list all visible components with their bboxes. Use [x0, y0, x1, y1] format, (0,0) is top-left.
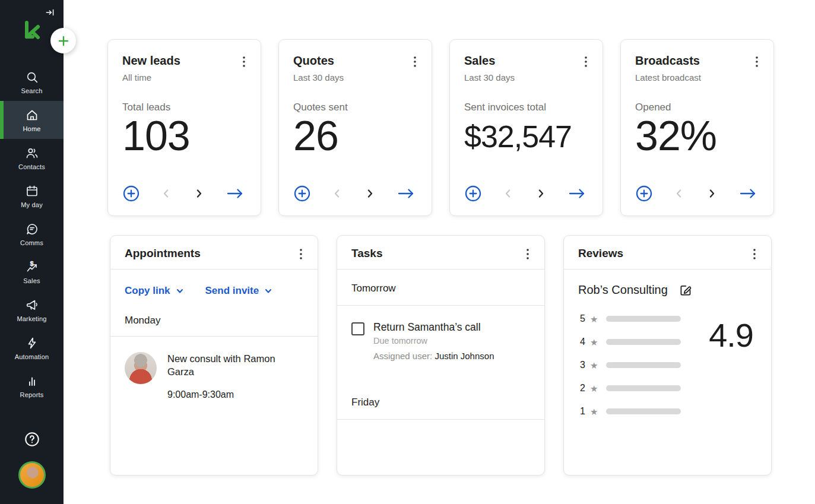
collapse-sidebar-button[interactable] — [45, 6, 56, 19]
task-checkbox[interactable] — [351, 322, 364, 335]
kebab-menu-icon[interactable] — [524, 248, 531, 261]
star-icon — [590, 407, 598, 416]
appointments-card: Appointments Copy link Send invite — [110, 235, 318, 476]
prev-metric-button[interactable] — [502, 188, 514, 199]
contacts-icon — [25, 146, 39, 160]
metric-value: 26 — [293, 115, 418, 159]
help-button[interactable] — [23, 430, 41, 448]
bar-chart-icon — [25, 374, 39, 388]
kebab-menu-icon[interactable] — [753, 55, 760, 68]
rating-star-count: 3 — [578, 360, 585, 370]
stat-card-new-leads: New leads All time Total leads 103 — [107, 39, 261, 216]
sidebar-item-label: Search — [21, 87, 42, 94]
copy-link-button[interactable]: Copy link — [125, 285, 184, 297]
search-icon — [25, 70, 39, 84]
prev-metric-button[interactable] — [160, 188, 172, 199]
kebab-menu-icon[interactable] — [751, 248, 758, 261]
send-invite-label: Send invite — [205, 285, 259, 297]
stats-row: New leads All time Total leads 103 — [107, 39, 815, 216]
task-title: Return Samantha’s call — [373, 321, 494, 334]
next-metric-button[interactable] — [535, 188, 547, 199]
go-to-report-button[interactable] — [738, 186, 758, 201]
kebab-menu-icon[interactable] — [240, 55, 248, 68]
sidebar-item-contacts[interactable]: Contacts — [0, 139, 64, 177]
add-record-button[interactable] — [293, 185, 311, 202]
go-to-report-button[interactable] — [225, 186, 245, 201]
plus-circle-icon — [464, 185, 482, 202]
edit-business-button[interactable] — [678, 283, 693, 297]
sidebar-item-label: Home — [23, 125, 40, 132]
card-subtitle: Last 30 days — [293, 72, 418, 83]
lightning-icon — [25, 336, 39, 350]
next-metric-button[interactable] — [364, 188, 376, 199]
chevron-left-icon — [331, 188, 343, 199]
sidebar-item-my-day[interactable]: My day — [0, 177, 64, 215]
assigned-user: Justin Johnson — [435, 351, 494, 361]
prev-metric-button[interactable] — [673, 188, 685, 199]
sidebar-item-label: Comms — [20, 239, 43, 246]
chevron-right-icon — [364, 188, 376, 199]
prev-metric-button[interactable] — [331, 188, 343, 199]
plus-circle-icon — [293, 185, 311, 202]
rating-star-count: 4 — [578, 337, 585, 347]
next-metric-button[interactable] — [193, 188, 205, 199]
kebab-menu-icon[interactable] — [411, 55, 418, 68]
sidebar-item-label: Reports — [20, 391, 44, 398]
question-mark-icon — [23, 430, 41, 448]
sidebar-item-automation[interactable]: Automation — [0, 329, 64, 367]
chevron-left-icon — [160, 188, 172, 199]
sidebar-item-label: My day — [21, 201, 43, 208]
sidebar-item-search[interactable]: Search — [0, 63, 64, 101]
go-to-report-button[interactable] — [396, 186, 416, 201]
star-icon — [590, 361, 598, 370]
go-to-report-button[interactable] — [567, 186, 587, 201]
appointment-item[interactable]: New consult with Ramon Garza 9:00am-9:30… — [110, 337, 318, 400]
kebab-menu-icon[interactable] — [582, 55, 589, 68]
sidebar-item-reports[interactable]: Reports — [0, 367, 64, 405]
star-icon — [590, 315, 598, 324]
sidebar-item-label: Sales — [23, 277, 40, 284]
chat-bubble-icon — [25, 222, 39, 236]
chevron-down-icon — [264, 287, 272, 295]
task-item[interactable]: Return Samantha’s call Due tomorrow Assi… — [337, 306, 544, 361]
plus-icon — [58, 35, 69, 47]
add-record-button[interactable] — [635, 185, 653, 202]
metric-value: $32,547 — [464, 121, 589, 153]
chevron-left-icon — [673, 188, 685, 199]
sidebar-item-label: Marketing — [17, 315, 46, 322]
sidebar-item-comms[interactable]: Comms — [0, 215, 64, 253]
sidebar-item-label: Contacts — [18, 163, 45, 170]
megaphone-icon — [25, 298, 39, 312]
sidebar-item-marketing[interactable]: Marketing — [0, 291, 64, 329]
rating-bar-track — [606, 362, 681, 368]
user-avatar[interactable] — [18, 461, 46, 489]
card-title: Reviews — [578, 247, 623, 260]
sidebar-item-sales[interactable]: $ Sales — [0, 253, 64, 291]
send-invite-button[interactable]: Send invite — [205, 285, 273, 297]
metric-label: Quotes sent — [293, 102, 418, 113]
add-record-button[interactable] — [464, 185, 482, 202]
home-icon — [25, 108, 39, 122]
sidebar-bottom — [18, 430, 46, 504]
stat-card-sales: Sales Last 30 days Sent invoices total $… — [449, 39, 603, 216]
task-section-label: Friday — [337, 383, 544, 419]
arrow-right-icon — [738, 186, 758, 201]
ratings-distribution: 5 4 3 — [578, 312, 757, 418]
next-metric-button[interactable] — [706, 188, 718, 199]
rating-row: 2 — [578, 382, 681, 395]
card-title: Tasks — [351, 247, 382, 260]
rating-row: 1 — [578, 405, 681, 418]
copy-link-label: Copy link — [125, 285, 170, 297]
kebab-menu-icon[interactable] — [297, 248, 305, 261]
card-subtitle: All time — [122, 72, 248, 83]
rating-bar-track — [606, 385, 681, 391]
add-record-button[interactable] — [122, 185, 140, 202]
chevron-left-icon — [502, 188, 514, 199]
sidebar-item-home[interactable]: Home — [0, 101, 64, 139]
sidebar-item-label: Automation — [15, 353, 49, 360]
rating-bar-track — [606, 408, 681, 414]
add-new-button[interactable] — [50, 28, 76, 53]
widgets-row: Appointments Copy link Send invite — [110, 235, 815, 476]
rating-row: 3 — [578, 359, 681, 372]
metric-value: 32% — [635, 115, 760, 159]
